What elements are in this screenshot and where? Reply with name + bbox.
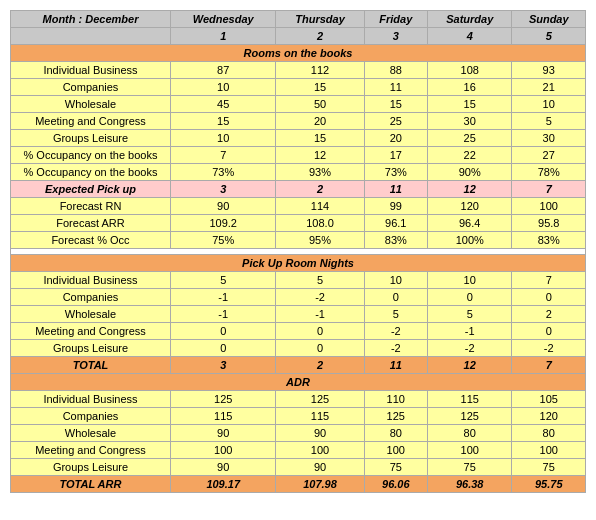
forecast-rn-row: Forecast RN 90 114 99 120 100	[11, 198, 586, 215]
cell: 73%	[171, 164, 276, 181]
cell: 120	[512, 408, 586, 425]
col-num-4: 4	[427, 28, 512, 45]
cell: 5	[171, 272, 276, 289]
expected-pickup-row: Expected Pick up 3 2 11 12 7	[11, 181, 586, 198]
cell: 115	[427, 391, 512, 408]
cell: 95%	[276, 232, 364, 249]
forecast-arr-label: Forecast ARR	[11, 215, 171, 232]
cell: 20	[276, 113, 364, 130]
col-numbers-row: 1 2 3 4 5	[11, 28, 586, 45]
cell: 21	[512, 79, 586, 96]
row-label: Groups Leisure	[11, 340, 171, 357]
section3-total-row: TOTAL ARR 109.17 107.98 96.06 96.38 95.7…	[11, 476, 586, 493]
cell: 125	[427, 408, 512, 425]
cell: 96.1	[364, 215, 427, 232]
cell: 107.98	[276, 476, 364, 493]
table-row: Meeting and Congress 0 0 -2 -1 0	[11, 323, 586, 340]
cell: 25	[427, 130, 512, 147]
cell: 15	[427, 96, 512, 113]
cell: 110	[364, 391, 427, 408]
cell: -2	[364, 323, 427, 340]
cell: 75%	[171, 232, 276, 249]
cell: 15	[276, 130, 364, 147]
section3-header: ADR	[11, 374, 586, 391]
table-row: Meeting and Congress 100 100 100 100 100	[11, 442, 586, 459]
col-num-5: 5	[512, 28, 586, 45]
table-row: Groups Leisure 90 90 75 75 75	[11, 459, 586, 476]
cell: 120	[427, 198, 512, 215]
section1-title: Rooms on the books	[11, 45, 586, 62]
cell: 11	[364, 357, 427, 374]
table-row: Wholesale 45 50 15 15 10	[11, 96, 586, 113]
cell: 80	[364, 425, 427, 442]
col-wed: Wednesday	[171, 11, 276, 28]
cell: 0	[171, 323, 276, 340]
cell: 115	[276, 408, 364, 425]
cell: 5	[427, 306, 512, 323]
section2-total-row: TOTAL 3 2 11 12 7	[11, 357, 586, 374]
cell: 100	[427, 442, 512, 459]
row-label: Companies	[11, 289, 171, 306]
row-label: Groups Leisure	[11, 459, 171, 476]
cell: 3	[171, 181, 276, 198]
row-label: Individual Business	[11, 272, 171, 289]
cell: -2	[427, 340, 512, 357]
col-fri: Friday	[364, 11, 427, 28]
cell: 17	[364, 147, 427, 164]
cell: -2	[276, 289, 364, 306]
month-title: Month : December	[11, 11, 171, 28]
row-label: Groups Leisure	[11, 130, 171, 147]
header-row: Month : December Wednesday Thursday Frid…	[11, 11, 586, 28]
cell: 90	[171, 198, 276, 215]
cell: 90	[171, 459, 276, 476]
forecast-rn-label: Forecast RN	[11, 198, 171, 215]
cell: 27	[512, 147, 586, 164]
cell: 30	[512, 130, 586, 147]
cell: 2	[512, 306, 586, 323]
cell: 12	[427, 357, 512, 374]
cell: 2	[276, 357, 364, 374]
cell: 10	[171, 79, 276, 96]
cell: 10	[427, 272, 512, 289]
cell: 83%	[512, 232, 586, 249]
cell: 50	[276, 96, 364, 113]
occ-row: % Occupancy on the books 73% 93% 73% 90%…	[11, 164, 586, 181]
table-row: Individual Business 125 125 110 115 105	[11, 391, 586, 408]
cell: 80	[427, 425, 512, 442]
table-row: Companies 10 15 11 16 21	[11, 79, 586, 96]
cell: 90%	[427, 164, 512, 181]
cell: 2	[276, 181, 364, 198]
table-row: Groups Leisure 10 15 20 25 30	[11, 130, 586, 147]
total-label: TOTAL	[11, 357, 171, 374]
cell: 5	[364, 306, 427, 323]
pickup-label: Expected Pick up	[11, 181, 171, 198]
row-label: Wholesale	[11, 425, 171, 442]
row-label: % Occupancy on the books	[11, 147, 171, 164]
cell: 11	[364, 79, 427, 96]
cell: 0	[512, 289, 586, 306]
cell: 108	[427, 62, 512, 79]
cell: 5	[512, 113, 586, 130]
cell: 0	[512, 323, 586, 340]
cell: 7	[512, 272, 586, 289]
cell: -2	[512, 340, 586, 357]
cell: 100%	[427, 232, 512, 249]
cell: 30	[427, 113, 512, 130]
col-num-1: 1	[171, 28, 276, 45]
col-num-2: 2	[276, 28, 364, 45]
section2-title: Pick Up Room Nights	[11, 255, 586, 272]
cell: 12	[427, 181, 512, 198]
cell: 108.0	[276, 215, 364, 232]
cell: 125	[171, 391, 276, 408]
cell: 10	[512, 96, 586, 113]
cell: -1	[171, 306, 276, 323]
cell: 25	[364, 113, 427, 130]
table-row: Companies -1 -2 0 0 0	[11, 289, 586, 306]
cell: 93	[512, 62, 586, 79]
cell: 0	[276, 340, 364, 357]
cell: 73%	[364, 164, 427, 181]
cell: 15	[276, 79, 364, 96]
cell: 105	[512, 391, 586, 408]
cell: 83%	[364, 232, 427, 249]
section3-title: ADR	[11, 374, 586, 391]
